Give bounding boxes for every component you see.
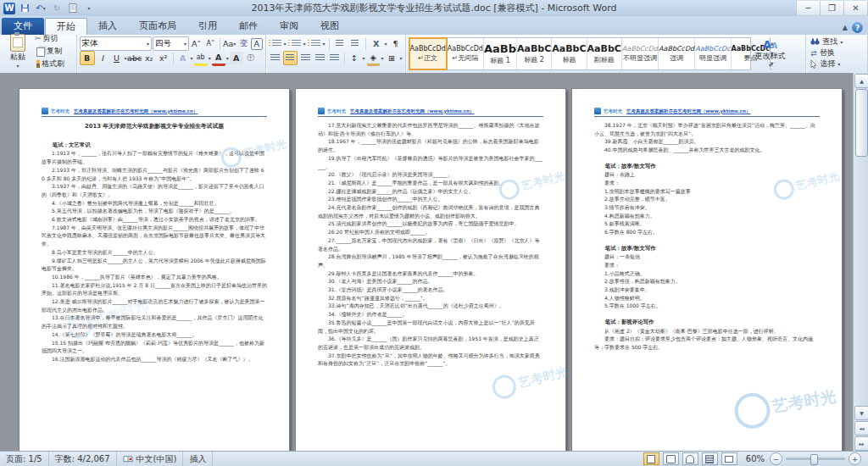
header-link[interactable]: 艺考真题及答案解析尽在艺考时光网（www.yktime.cn） [626,108,750,114]
help-icon[interactable]: ? [852,22,863,33]
zoom-out-button[interactable]: − [770,452,782,465]
style-heading2[interactable]: AaBbC标题 2 [517,38,552,69]
zoom-level[interactable]: 60% [746,454,765,463]
next-page-icon[interactable]: ▸▸ [854,436,868,451]
character-border-button[interactable]: A [251,38,263,50]
tab-view[interactable]: 视图 [309,18,350,35]
tab-mailings[interactable]: 邮件 [228,18,269,35]
print-layout-view-icon[interactable] [643,452,659,465]
document-area[interactable]: 艺考时光 艺考真题及答案解析尽在艺考时光网（www.yktime.cn） 201… [0,73,854,452]
subscript-button[interactable]: x₂ [142,52,156,64]
find-button[interactable]: 查找▾ [809,36,865,47]
change-case-button[interactable]: Aa▾ [223,37,236,50]
underline-button[interactable]: U [110,52,124,64]
document-page-1[interactable]: 艺考时光 艺考真题及答案解析尽在艺考时光网（www.yktime.cn） 201… [19,88,290,452]
borders-button[interactable]: ⊞ [386,52,398,64]
doc-line: 4.《小城之春》曾分别被中国两代导演搬上银幕，分别是______和田壮壮。 [42,199,267,208]
align-right-button[interactable] [299,52,312,64]
print-preview-icon[interactable] [66,2,80,14]
paste-button[interactable]: 粘贴▾ [3,34,33,69]
font-color-button[interactable]: A [212,51,225,66]
change-styles-button[interactable]: AA 更改样式▾ [751,40,790,68]
justify-button[interactable] [314,52,326,64]
select-button[interactable]: 选择▾ [809,58,865,69]
align-center-button[interactable] [283,51,298,65]
multilevel-list-button[interactable] [308,37,321,50]
strikethrough-button[interactable]: abc [128,52,142,64]
numbering-button[interactable] [288,37,302,50]
page-indicator[interactable]: 页面: 1/5 [0,452,49,466]
doc-line: 19.执导了《出租汽车司机》《基督最后的诱惑》等影片的导演是被誉为美国电影社会学… [318,154,543,170]
language-indicator[interactable]: 中文(中国) [117,452,184,466]
superscript-button[interactable]: x² [157,52,170,64]
highlight-button[interactable]: ab [194,51,208,66]
save-icon[interactable] [18,2,31,14]
minimize-button[interactable]: ─ [796,1,821,16]
draft-view-icon[interactable] [721,452,737,465]
grow-font-button[interactable]: A˄ [190,37,203,50]
bold-button[interactable]: B [80,51,95,65]
style-title[interactable]: AaBbC标题 [552,38,587,69]
shrink-font-button[interactable]: A˅ [203,37,217,50]
doc-line: 1.1913 年，______，张石川等人拍了一部颇有完整情节的短片《难夫难妻》… [42,149,267,165]
scroll-down-icon[interactable]: ▼ [854,406,868,420]
restore-button[interactable]: ❐ [820,1,844,16]
minimize-ribbon-icon[interactable]: ▲ [843,24,848,31]
customize-qat-icon[interactable]: ▾ [82,2,96,14]
yikao-logo-icon [42,108,48,114]
close-button[interactable]: ✕ [843,1,868,16]
document-page-2[interactable]: 艺考时光 艺考真题及答案解析尽在艺考时光网（www.yktime.cn） 17.… [295,88,566,452]
word-app-icon[interactable]: W [3,3,15,14]
zoom-slider-thumb[interactable] [810,454,818,465]
phonetic-guide-button[interactable]: 变 [236,37,250,50]
font-name-select[interactable]: 宋体▾ [80,36,153,51]
zoom-in-button[interactable]: + [849,452,861,465]
redo-icon[interactable]: ↻ [50,2,64,14]
style-subtle-emphasis[interactable]: AaBbCcDd不明显强调 [622,38,659,69]
tab-page-layout[interactable]: 页面布局 [128,18,187,35]
format-painter-button[interactable]: 格式刷 [33,58,66,70]
cut-button[interactable]: ✂剪切 [33,32,66,45]
italic-button[interactable]: I [96,52,109,64]
bullets-button[interactable] [269,37,282,50]
show-marks-button[interactable]: ¶ [389,37,403,50]
scrollbar-thumb[interactable] [855,89,868,157]
header-link[interactable]: 艺考真题及答案解析尽在艺考时光网（www.yktime.cn） [74,108,198,114]
undo-icon[interactable]: ↶▾ [34,2,47,14]
font-size-select[interactable]: 四号▾ [153,36,189,51]
shading-button[interactable]: ◈ [367,51,380,66]
page-body: 38.1927 年，北京《顺天时报》举办评选“首届京剧旦角最佳演员”活动，梅兰芳… [594,121,820,352]
line-spacing-button[interactable]: ↕ [348,52,361,64]
insert-mode[interactable]: 插入 [183,452,213,466]
decrease-indent-button[interactable] [333,37,347,50]
asian-layout-button[interactable]: X [370,37,383,50]
replace-button[interactable]: ⇄ 替换 [809,47,865,58]
tab-references[interactable]: 引用 [187,18,228,35]
header-link[interactable]: 艺考真题及答案解析尽在艺考时光网（www.yktime.cn） [350,108,474,114]
text-effects-button[interactable]: A [176,52,190,64]
outline-view-icon[interactable] [702,452,718,465]
vertical-scrollbar[interactable]: ▲ ▼ ◂◂ ▸▸ [853,73,868,452]
tab-insert[interactable]: 插入 [87,18,128,35]
increase-indent-button[interactable] [348,37,362,50]
enclose-characters-button[interactable]: ㊉ [244,52,258,64]
word-count[interactable]: 字数: 4/2,067 [49,452,117,466]
style-emphasis[interactable]: AaBbCcDd强调 [659,38,695,69]
style-subtitle[interactable]: AaBbC副标题 [587,38,622,69]
tab-review[interactable]: 审阅 [269,18,309,35]
style-no-spacing[interactable]: AaBbCcDd↵无间隔 [448,38,484,69]
fullscreen-reading-view-icon[interactable] [663,452,679,465]
copy-button[interactable]: 复制 [33,45,66,58]
yikao-logo-text: 艺考时光 [604,108,622,114]
zoom-slider[interactable] [786,458,845,460]
style-heading1[interactable]: AaBb标题 1 [484,38,517,69]
scroll-up-icon[interactable]: ▲ [854,74,868,88]
web-layout-view-icon[interactable] [682,452,698,465]
document-page-3[interactable]: 艺考时光 艺考真题及答案解析尽在艺考时光网（www.yktime.cn） 38.… [571,88,843,452]
style-normal[interactable]: AaBbCcDd↵正文 [409,37,448,70]
character-shading-button[interactable]: A [230,52,243,64]
distribute-button[interactable] [328,52,341,64]
previous-page-icon[interactable]: ◂◂ [854,421,868,435]
style-intense-emphasis[interactable]: AaBbCcDc明显强调 [695,38,731,69]
align-left-button[interactable] [269,52,281,64]
